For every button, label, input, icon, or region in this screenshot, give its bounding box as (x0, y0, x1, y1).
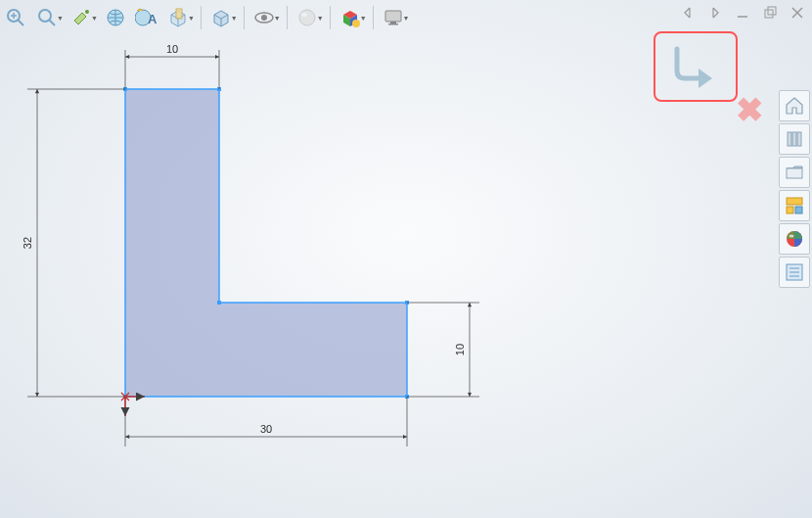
svg-rect-8 (176, 9, 182, 19)
right-sidebar (779, 90, 812, 288)
dropdown-icon[interactable]: ▼ (231, 15, 238, 22)
layout-icon[interactable] (779, 190, 810, 221)
dropdown-icon[interactable]: ▼ (91, 15, 98, 22)
svg-line-1 (18, 20, 23, 25)
home-icon[interactable] (779, 90, 810, 121)
dropdown-icon[interactable]: ▼ (403, 15, 410, 22)
svg-point-12 (301, 13, 307, 17)
dim-top-label: 10 (166, 43, 178, 55)
svg-point-4 (85, 10, 89, 14)
origin-marker (121, 393, 145, 416)
drawing-canvas[interactable]: 10 32 30 10 (0, 35, 777, 518)
svg-point-10 (261, 15, 267, 21)
dropdown-icon[interactable]: ▼ (360, 15, 367, 22)
library-icon[interactable] (779, 123, 810, 155)
dim-right-label: 10 (454, 344, 466, 355)
svg-rect-24 (787, 198, 802, 205)
dropdown-icon[interactable]: ▼ (274, 15, 281, 22)
svg-rect-14 (385, 11, 401, 22)
prev-button[interactable] (679, 4, 697, 22)
svg-rect-36 (217, 301, 221, 305)
svg-rect-21 (792, 132, 796, 146)
svg-rect-18 (765, 10, 773, 18)
globe-icon[interactable] (102, 4, 129, 31)
next-button[interactable] (706, 4, 724, 22)
separator (287, 6, 288, 29)
svg-point-13 (352, 20, 360, 27)
viewport: ▼ ▼ A ▼ ▼ ▼ ▼ ▼ ▼ (0, 0, 812, 518)
separator (330, 6, 331, 29)
svg-point-28 (789, 235, 794, 238)
svg-line-3 (49, 20, 55, 25)
restore-button[interactable] (761, 4, 779, 22)
svg-rect-19 (768, 7, 776, 15)
svg-rect-26 (795, 207, 802, 213)
svg-rect-15 (390, 22, 396, 24)
dim-left-label: 32 (22, 237, 33, 249)
separator (244, 6, 245, 29)
separator (373, 6, 374, 29)
svg-rect-23 (787, 168, 802, 178)
svg-rect-20 (788, 132, 791, 146)
dim-bottom-label: 30 (260, 423, 272, 435)
color-ball-icon[interactable] (779, 223, 810, 255)
list-icon[interactable] (779, 257, 810, 288)
minimize-button[interactable] (734, 4, 751, 22)
svg-point-11 (299, 10, 315, 25)
dimension-bottom[interactable]: 30 (125, 397, 407, 447)
dimension-top[interactable]: 10 (125, 43, 219, 89)
window-controls (679, 4, 806, 22)
svg-rect-22 (797, 132, 801, 146)
sphere-icon[interactable] (293, 4, 321, 31)
l-shape[interactable] (125, 89, 407, 397)
close-button[interactable] (789, 4, 806, 22)
dimension-left[interactable]: 32 (22, 89, 125, 397)
separator (201, 6, 202, 29)
svg-rect-25 (787, 207, 793, 213)
dropdown-icon[interactable]: ▼ (188, 15, 195, 22)
dimension-right[interactable]: 10 (407, 303, 479, 397)
zoom-fit-icon[interactable] (2, 4, 29, 31)
svg-rect-16 (388, 24, 398, 25)
dropdown-icon[interactable]: ▼ (57, 15, 64, 22)
folder-icon[interactable] (779, 157, 810, 188)
font-icon[interactable]: A (133, 4, 160, 31)
svg-text:A: A (148, 12, 158, 26)
